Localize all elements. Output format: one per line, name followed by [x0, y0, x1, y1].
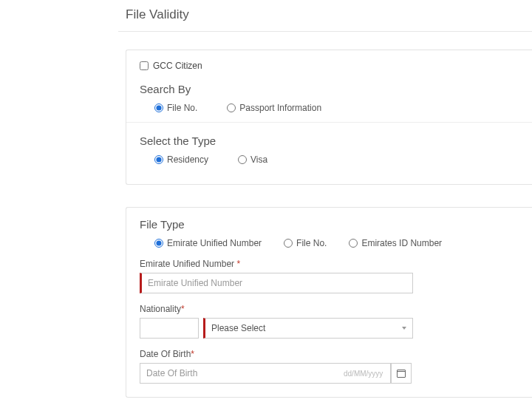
nationality-required-mark: *: [181, 304, 185, 314]
select-type-option-visa[interactable]: Visa: [238, 154, 267, 165]
calendar-icon: [397, 369, 406, 378]
file-type-label-eid: Emirates ID Number: [361, 238, 442, 248]
file-type-radio-eid[interactable]: [349, 239, 358, 248]
search-by-heading: Search By: [140, 83, 519, 95]
file-type-panel: File Type Emirate Unified Number File No…: [126, 207, 532, 398]
nationality-select[interactable]: Please Select: [203, 318, 413, 339]
chevron-down-icon: [402, 327, 406, 330]
search-by-options: File No. Passport Information: [140, 103, 519, 113]
page-title: File Validity: [126, 7, 532, 22]
panel-divider: [126, 122, 532, 123]
file-type-label-file-no: File No.: [296, 238, 327, 248]
dob-calendar-button[interactable]: [391, 363, 412, 384]
nationality-label: Nationality*: [140, 304, 519, 314]
search-by-radio-passport[interactable]: [227, 103, 236, 112]
file-type-radio-eun[interactable]: [154, 239, 163, 248]
select-type-radio-visa[interactable]: [238, 155, 247, 164]
file-type-radio-file-no[interactable]: [284, 239, 293, 248]
file-type-label-eun: Emirate Unified Number: [167, 238, 262, 248]
select-type-options: Residency Visa: [140, 154, 519, 165]
nationality-select-value: Please Select: [211, 323, 265, 333]
dob-required-mark: *: [191, 349, 194, 359]
gcc-citizen-label[interactable]: GCC Citizen: [153, 61, 202, 71]
gcc-citizen-checkbox[interactable]: [140, 61, 149, 70]
select-type-option-residency[interactable]: Residency: [154, 154, 208, 165]
file-type-option-eid[interactable]: Emirates ID Number: [349, 238, 442, 248]
nationality-code-input[interactable]: [140, 318, 199, 339]
select-type-label-visa: Visa: [250, 154, 267, 165]
dob-label: Date Of Birth*: [140, 349, 519, 359]
search-by-option-file-no[interactable]: File No.: [154, 103, 197, 113]
search-by-label-file-no: File No.: [167, 103, 197, 113]
select-type-label-residency: Residency: [167, 154, 208, 165]
file-type-option-eun[interactable]: Emirate Unified Number: [154, 238, 262, 248]
file-type-heading: File Type: [140, 218, 519, 231]
dob-input[interactable]: [140, 363, 391, 384]
file-type-option-file-no[interactable]: File No.: [284, 238, 327, 248]
search-by-radio-file-no[interactable]: [154, 103, 163, 112]
eun-input[interactable]: [140, 273, 413, 293]
file-type-options: Emirate Unified Number File No. Emirates…: [140, 238, 519, 248]
search-by-option-passport[interactable]: Passport Information: [227, 103, 321, 113]
eun-label: Emirate Unified Number *: [140, 259, 519, 269]
title-divider: [118, 31, 532, 32]
eun-required-mark: *: [236, 259, 240, 269]
search-panel: GCC Citizen Search By File No. Passport …: [126, 50, 532, 185]
select-type-radio-residency[interactable]: [154, 155, 163, 164]
search-by-label-passport: Passport Information: [239, 103, 321, 113]
select-type-heading: Select the Type: [140, 135, 519, 147]
